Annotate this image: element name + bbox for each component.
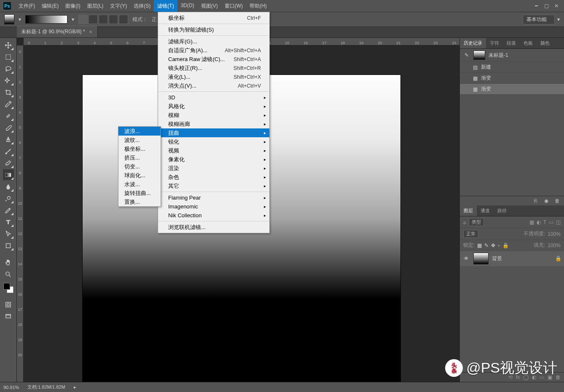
stamp-tool[interactable] xyxy=(3,134,14,145)
filter-adjust-icon[interactable]: ◐ xyxy=(537,219,541,225)
chevron-right-icon[interactable]: ▸ xyxy=(74,384,76,390)
brush-tool[interactable] xyxy=(3,122,14,133)
zoom-level[interactable]: 90.91% xyxy=(3,385,19,390)
lock-pixels-icon[interactable]: ✎ xyxy=(484,243,489,248)
document-tab[interactable]: 未标题-1 @ 90.9%(RGB/8) * × xyxy=(17,26,98,37)
filter-vanishing[interactable]: 消失点(V)...Alt+Ctrl+V xyxy=(158,81,269,90)
menu-window[interactable]: 窗口(W) xyxy=(221,0,246,12)
filter-liquify[interactable]: 液化(L)...Shift+Ctrl+X xyxy=(158,72,269,81)
history-item[interactable]: ▦渐变 xyxy=(460,84,564,95)
lasso-tool[interactable] xyxy=(3,63,14,74)
trash-icon[interactable]: 🗑 xyxy=(554,198,561,204)
lock-all-icon[interactable]: 🔒 xyxy=(502,243,509,248)
filter-kind-dropdown[interactable]: 类型 xyxy=(469,218,484,226)
distort-spherize[interactable]: 球面化... xyxy=(118,171,161,180)
workspace-dropdown[interactable]: 基本功能 xyxy=(523,15,555,24)
close-tab-icon[interactable]: × xyxy=(89,29,92,35)
distort-twirl[interactable]: 旋转扭曲... xyxy=(118,189,161,197)
color-swatch[interactable] xyxy=(3,283,13,293)
filter-smart-icon[interactable]: ◫ xyxy=(556,219,561,225)
shape-tool[interactable] xyxy=(3,240,14,251)
menu-layer[interactable]: 图层(L) xyxy=(84,0,107,12)
filter-lens[interactable]: 镜头校正(R)...Shift+Ctrl+R xyxy=(158,64,269,72)
gradient-tool[interactable] xyxy=(3,169,14,180)
workspace-arrow-icon[interactable]: ▾ xyxy=(557,16,560,22)
type-tool[interactable] xyxy=(3,216,14,227)
history-item[interactable]: ▦渐变 xyxy=(460,73,564,84)
minimize-button[interactable]: ━ xyxy=(534,3,539,8)
dodge-tool[interactable] xyxy=(3,193,14,204)
tab-history[interactable]: 历史记录 xyxy=(460,38,486,48)
create-doc-icon[interactable]: ⎘ xyxy=(532,198,539,204)
filter-sharpen[interactable]: 锐化 xyxy=(158,137,269,146)
history-snapshot[interactable]: ✎ 未标题-1 xyxy=(460,49,564,62)
gradient-linear-button[interactable] xyxy=(78,15,88,24)
menu-file[interactable]: 文件(F) xyxy=(15,0,38,12)
filter-nik[interactable]: Nik Collection xyxy=(158,211,269,220)
filter-flaming-pear[interactable]: Flaming Pear xyxy=(158,193,269,202)
history-brush-tool[interactable] xyxy=(3,146,14,157)
gradient-preview[interactable] xyxy=(25,15,67,24)
filter-type-icon[interactable]: T xyxy=(543,219,546,225)
screen-mode-button[interactable] xyxy=(3,311,14,322)
menu-help[interactable]: 帮助(H) xyxy=(246,0,270,12)
lock-transparency-icon[interactable]: ▦ xyxy=(477,243,482,248)
history-item[interactable]: ▤新建 xyxy=(460,62,564,73)
move-tool[interactable] xyxy=(3,40,14,51)
menu-image[interactable]: 图像(I) xyxy=(62,0,83,12)
filter-video[interactable]: 视频 xyxy=(158,146,269,155)
path-select-tool[interactable] xyxy=(3,228,14,239)
filter-other[interactable]: 其它 xyxy=(158,181,269,190)
close-button[interactable]: ✕ xyxy=(554,3,559,8)
gradient-angle-button[interactable] xyxy=(99,15,108,24)
menu-edit[interactable]: 编辑(E) xyxy=(38,0,62,12)
filter-last[interactable]: 极坐标Ctrl+F xyxy=(158,13,269,22)
gradient-reflected-button[interactable] xyxy=(109,15,118,24)
doc-size[interactable]: 文档:1.82M/1.82M xyxy=(27,384,65,390)
quick-mask-button[interactable] xyxy=(3,299,14,310)
fg-color[interactable] xyxy=(3,283,10,290)
filter-blur-gallery[interactable]: 模糊画廊 xyxy=(158,120,269,128)
crop-tool[interactable] xyxy=(3,87,14,98)
fill-value[interactable]: 100% xyxy=(548,243,561,248)
menu-select[interactable]: 选择(S) xyxy=(130,0,154,12)
filter-distort[interactable]: 扭曲 xyxy=(158,128,269,137)
tab-layers[interactable]: 图层 xyxy=(460,205,477,216)
hand-tool[interactable] xyxy=(3,257,14,268)
blur-tool[interactable] xyxy=(3,181,14,192)
lock-position-icon[interactable]: ✥ xyxy=(491,243,495,248)
tab-color[interactable]: 颜色 xyxy=(537,38,553,48)
distort-ripple[interactable]: 波纹... xyxy=(118,136,161,144)
gradient-diamond-button[interactable] xyxy=(119,15,128,24)
filter-smart[interactable]: 转换为智能滤镜(S) xyxy=(158,25,269,34)
distort-shear[interactable]: 切变... xyxy=(118,162,161,171)
filter-camera-raw[interactable]: Camera Raw 滤镜(C)...Shift+Ctrl+A xyxy=(158,55,269,64)
layer-row[interactable]: 👁 背景 🔒 xyxy=(460,251,564,266)
filter-imagenomic[interactable]: Imagenomic xyxy=(158,202,269,211)
pen-tool[interactable] xyxy=(3,205,14,216)
healing-tool[interactable] xyxy=(3,110,14,121)
marquee-tool[interactable] xyxy=(3,51,14,62)
filter-render[interactable]: 渲染 xyxy=(158,164,269,173)
distort-wave[interactable]: 波浪... xyxy=(118,127,161,136)
filter-pixel-icon[interactable]: ▦ xyxy=(529,219,534,225)
filter-stylize[interactable]: 风格化 xyxy=(158,102,269,111)
distort-pinch[interactable]: 挤压... xyxy=(118,153,161,162)
menu-view[interactable]: 视图(V) xyxy=(198,0,221,12)
tool-preset-arrow-icon[interactable]: ▾ xyxy=(19,16,21,22)
gradient-radial-button[interactable] xyxy=(89,15,98,24)
filter-browse-online[interactable]: 浏览联机滤镜... xyxy=(158,223,269,232)
menu-3d[interactable]: 3D(D) xyxy=(177,0,198,12)
menu-filter[interactable]: 滤镜(T) xyxy=(154,0,177,12)
tab-paths[interactable]: 路径 xyxy=(494,205,510,216)
filter-3d[interactable]: 3D xyxy=(158,93,269,102)
filter-noise[interactable]: 杂色 xyxy=(158,173,269,181)
zoom-tool[interactable] xyxy=(3,269,14,280)
distort-displace[interactable]: 置换... xyxy=(118,197,161,206)
opacity-value[interactable]: 100% xyxy=(548,231,561,237)
tool-preset-thumb[interactable] xyxy=(4,14,14,24)
filter-pixelate[interactable]: 像素化 xyxy=(158,155,269,164)
eraser-tool[interactable] xyxy=(3,157,14,168)
tab-paragraph[interactable]: 段落 xyxy=(503,38,520,48)
distort-polar[interactable]: 极坐标... xyxy=(118,144,161,153)
